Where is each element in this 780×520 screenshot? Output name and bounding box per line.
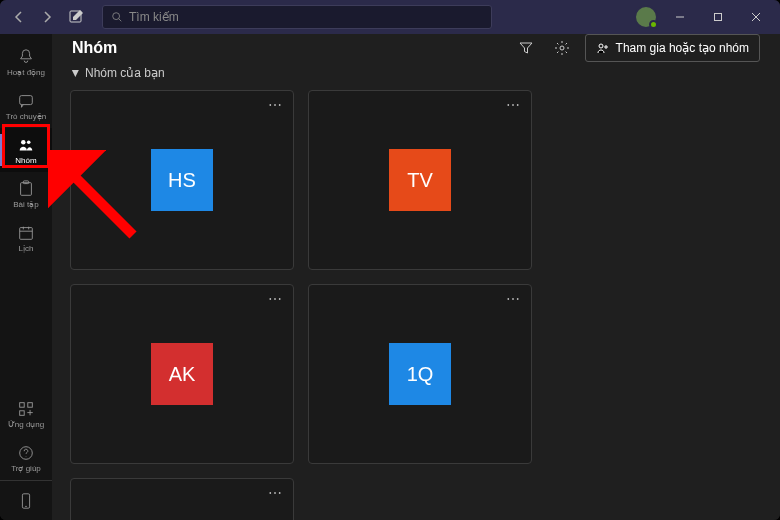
card-more-button[interactable]: ⋯ (268, 97, 283, 113)
assignments-icon (17, 180, 35, 198)
team-card[interactable]: ⋯1Q (308, 284, 532, 464)
rail-label: Trợ giúp (11, 464, 41, 473)
titlebar: Tìm kiếm (0, 0, 780, 34)
rail-help[interactable]: Trợ giúp (0, 436, 52, 480)
teams-grid: ⋯HS⋯TV⋯AK⋯1Q⋯Test (52, 90, 780, 520)
card-more-button[interactable]: ⋯ (268, 485, 283, 501)
svg-rect-3 (20, 95, 33, 104)
team-card[interactable]: ⋯Test (70, 478, 294, 520)
team-card[interactable]: ⋯TV (308, 90, 532, 270)
team-tile: 1Q (389, 343, 451, 405)
svg-rect-9 (20, 402, 25, 407)
svg-point-5 (27, 140, 31, 144)
settings-button[interactable] (549, 35, 575, 61)
card-more-button[interactable]: ⋯ (506, 291, 521, 307)
main-content: Nhóm Tham gia hoặc tạo nhóm ▶ Nhóm của b… (52, 34, 780, 520)
join-create-team-button[interactable]: Tham gia hoặc tạo nhóm (585, 34, 760, 62)
svg-point-15 (560, 46, 564, 50)
search-placeholder: Tìm kiếm (129, 10, 179, 24)
svg-rect-6 (21, 182, 32, 195)
maximize-button[interactable] (702, 5, 734, 29)
team-tile: AK (151, 343, 213, 405)
rail-label: Ứng dụng (8, 420, 44, 429)
rail-chat[interactable]: Trò chuyện (0, 84, 52, 128)
section-label: Nhóm của bạn (85, 66, 165, 80)
team-tile: TV (389, 149, 451, 211)
team-tile: HS (151, 149, 213, 211)
people-plus-icon (596, 41, 610, 55)
rail-activity[interactable]: Hoạt động (0, 40, 52, 84)
rail-apps[interactable]: Ứng dụng (0, 392, 52, 436)
rail-label: Trò chuyện (6, 112, 46, 121)
chevron-down-icon: ▶ (71, 70, 81, 77)
svg-point-16 (599, 44, 603, 48)
presence-indicator (649, 20, 658, 29)
rail-assignments[interactable]: Bài tập (0, 172, 52, 216)
user-avatar[interactable] (634, 5, 658, 29)
rail-teams[interactable]: Nhóm (0, 128, 52, 172)
chat-icon (17, 92, 35, 110)
calendar-icon (17, 224, 35, 242)
rail-label: Lịch (19, 244, 34, 253)
svg-rect-10 (28, 402, 33, 407)
rail-calendar[interactable]: Lịch (0, 216, 52, 260)
minimize-button[interactable] (664, 5, 696, 29)
svg-point-14 (25, 505, 26, 506)
svg-rect-11 (20, 410, 25, 415)
page-title: Nhóm (72, 39, 117, 57)
bell-icon (17, 48, 35, 66)
section-your-teams[interactable]: ▶ Nhóm của bạn (52, 62, 780, 90)
app-rail: Hoạt động Trò chuyện Nhóm Bài tập Lịch Ứ… (0, 34, 52, 520)
card-more-button[interactable]: ⋯ (506, 97, 521, 113)
filter-button[interactable] (513, 35, 539, 61)
help-icon (17, 444, 35, 462)
team-card[interactable]: ⋯HS (70, 90, 294, 270)
svg-point-4 (21, 140, 26, 145)
search-input[interactable]: Tìm kiếm (102, 5, 492, 29)
rail-label: Bài tập (13, 200, 38, 209)
svg-rect-2 (715, 14, 722, 21)
card-more-button[interactable]: ⋯ (268, 291, 283, 307)
apps-icon (17, 400, 35, 418)
forward-button[interactable] (36, 6, 58, 28)
team-card[interactable]: ⋯AK (70, 284, 294, 464)
page-header: Nhóm Tham gia hoặc tạo nhóm (52, 34, 780, 62)
rail-mobile[interactable] (0, 480, 52, 520)
search-icon (111, 11, 123, 23)
mobile-icon (17, 492, 35, 510)
teams-icon (17, 136, 35, 154)
gear-icon (554, 40, 570, 56)
join-create-label: Tham gia hoặc tạo nhóm (616, 41, 749, 55)
compose-button[interactable] (64, 5, 88, 29)
svg-rect-8 (20, 227, 33, 239)
svg-point-1 (113, 13, 120, 20)
back-button[interactable] (8, 6, 30, 28)
filter-icon (518, 40, 534, 56)
close-button[interactable] (740, 5, 772, 29)
rail-label: Nhóm (15, 156, 36, 165)
rail-label: Hoạt động (7, 68, 45, 77)
